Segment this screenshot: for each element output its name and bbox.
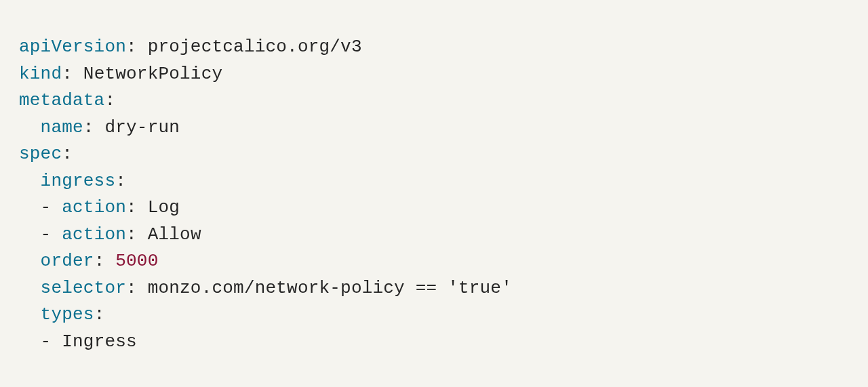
yaml-number: 5000: [115, 251, 158, 271]
yaml-line: apiVersion: projectcalico.org/v3: [19, 37, 362, 57]
yaml-value: Log: [148, 197, 180, 218]
colon-punct: :: [83, 117, 94, 138]
yaml-value: dry-run: [104, 117, 180, 138]
yaml-value: Ingress: [62, 331, 137, 352]
yaml-key: types: [41, 304, 94, 325]
colon-punct: :: [94, 251, 105, 271]
yaml-line: metadata:: [19, 90, 115, 110]
yaml-key: name: [41, 117, 83, 138]
yaml-line: - Ingress: [19, 331, 137, 352]
yaml-line: order: 5000: [19, 251, 158, 271]
yaml-value: Allow: [148, 224, 201, 245]
colon-punct: :: [126, 224, 137, 245]
yaml-value: NetworkPolicy: [83, 64, 222, 84]
colon-punct: :: [115, 171, 126, 191]
yaml-line: - action: Allow: [19, 224, 201, 245]
yaml-line: spec:: [19, 144, 73, 164]
yaml-key: selector: [41, 278, 126, 298]
colon-punct: :: [126, 278, 137, 298]
colon-punct: :: [62, 64, 73, 84]
yaml-key: ingress: [41, 171, 116, 191]
yaml-line: - action: Log: [19, 197, 180, 218]
dash-punct: -: [41, 224, 52, 245]
yaml-key: kind: [19, 64, 62, 84]
colon-punct: :: [126, 197, 137, 218]
yaml-line: kind: NetworkPolicy: [19, 64, 222, 84]
yaml-line: ingress:: [19, 171, 126, 191]
yaml-value: monzo.com/network-policy == 'true': [148, 278, 512, 298]
yaml-value: projectcalico.org/v3: [148, 37, 362, 57]
yaml-key: spec: [19, 144, 62, 164]
yaml-key: apiVersion: [19, 37, 126, 57]
yaml-line: types:: [19, 304, 104, 325]
colon-punct: :: [62, 144, 73, 164]
yaml-key: order: [41, 251, 94, 271]
yaml-key: metadata: [19, 90, 104, 110]
colon-punct: :: [126, 37, 137, 57]
yaml-key: action: [62, 197, 126, 218]
yaml-key: action: [62, 224, 126, 245]
yaml-line: selector: monzo.com/network-policy == 't…: [19, 278, 512, 298]
yaml-code-block: apiVersion: projectcalico.org/v3 kind: N…: [0, 0, 868, 374]
colon-punct: :: [94, 304, 105, 325]
dash-punct: -: [41, 331, 52, 352]
dash-punct: -: [41, 197, 52, 218]
yaml-line: name: dry-run: [19, 117, 180, 138]
colon-punct: :: [104, 90, 115, 110]
